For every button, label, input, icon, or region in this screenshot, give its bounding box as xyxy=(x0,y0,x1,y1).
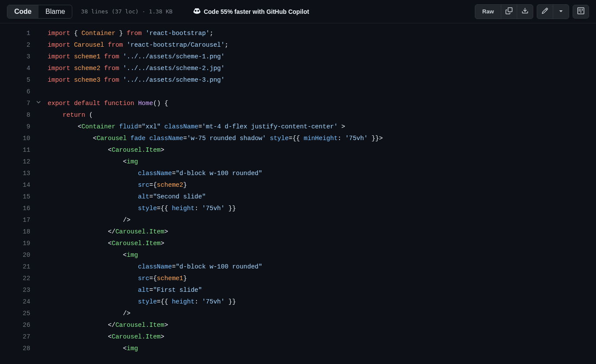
code-content[interactable]: import { Container } from 'react-bootstr… xyxy=(48,23,383,364)
line-number[interactable]: 25 xyxy=(0,308,48,319)
line-number[interactable]: 20 xyxy=(0,249,48,261)
line-number[interactable]: 28 xyxy=(0,343,48,354)
edit-button[interactable] xyxy=(537,5,553,19)
caret-down-icon xyxy=(557,7,564,16)
code-line[interactable]: /> xyxy=(48,308,383,319)
line-number[interactable]: 26 xyxy=(0,319,48,331)
view-tabs: Code Blame xyxy=(7,5,72,19)
code-line[interactable]: return ( xyxy=(48,109,383,121)
line-number[interactable]: 3 xyxy=(0,51,48,63)
code-line[interactable]: src={scheme1} xyxy=(48,273,383,284)
download-button[interactable] xyxy=(517,5,533,19)
code-line[interactable]: /> xyxy=(48,214,383,226)
code-line[interactable]: import scheme1 from '../../assets/scheme… xyxy=(48,51,383,63)
copilot-icon xyxy=(193,7,200,16)
code-line[interactable]: </Carousel.Item> xyxy=(48,226,383,238)
file-info-text: 38 lines (37 loc) · 1.38 KB xyxy=(81,8,172,15)
line-number[interactable]: 6 xyxy=(0,86,48,98)
line-number[interactable]: 27 xyxy=(0,331,48,343)
symbols-button[interactable] xyxy=(573,5,589,19)
pencil-icon xyxy=(541,7,548,16)
line-number[interactable]: 24 xyxy=(0,296,48,308)
code-line[interactable]: </Carousel.Item> xyxy=(48,319,383,331)
code-line[interactable]: <Container fluid="xxl" className='mt-4 d… xyxy=(48,121,383,133)
code-line[interactable]: <img xyxy=(48,343,383,354)
code-line[interactable]: style={{ height: '75vh' }} xyxy=(48,296,383,308)
copilot-promo[interactable]: Code 55% faster with GitHub Copilot xyxy=(193,7,309,16)
fold-caret-icon[interactable] xyxy=(35,98,42,109)
line-number[interactable]: 10 xyxy=(0,133,48,144)
line-number[interactable]: 11 xyxy=(0,144,48,156)
line-number[interactable]: 9 xyxy=(0,121,48,133)
code-line[interactable]: <Carousel.Item> xyxy=(48,144,383,156)
copy-icon xyxy=(506,7,512,16)
code-line[interactable]: export default function Home() { xyxy=(48,98,383,109)
code-line[interactable]: src={scheme2} xyxy=(48,179,383,191)
line-number[interactable]: 22 xyxy=(0,273,48,284)
action-buttons: Raw xyxy=(475,4,589,19)
raw-button[interactable]: Raw xyxy=(475,5,501,19)
code-tab[interactable]: Code xyxy=(7,5,39,18)
code-line[interactable]: import { Container } from 'react-bootstr… xyxy=(48,28,383,39)
line-number[interactable]: 16 xyxy=(0,203,48,214)
code-line[interactable]: alt="Second slide" xyxy=(48,191,383,203)
file-toolbar: Code Blame 38 lines (37 loc) · 1.38 KB C… xyxy=(0,0,596,23)
line-number[interactable]: 2 xyxy=(0,39,48,51)
line-number[interactable]: 8 xyxy=(0,109,48,121)
line-number[interactable]: 7 xyxy=(0,98,48,109)
line-number[interactable]: 12 xyxy=(0,156,48,168)
code-line[interactable]: import Carousel from 'react-bootstrap/Ca… xyxy=(48,39,383,51)
code-line[interactable]: <Carousel.Item> xyxy=(48,238,383,249)
line-number[interactable]: 21 xyxy=(0,261,48,273)
edit-dropdown[interactable] xyxy=(553,5,569,19)
code-line[interactable]: style={{ height: '75vh' }} xyxy=(48,203,383,214)
line-number[interactable]: 15 xyxy=(0,191,48,203)
line-number[interactable]: 17 xyxy=(0,214,48,226)
symbols-icon xyxy=(577,7,584,16)
raw-group: Raw xyxy=(475,4,533,19)
code-line[interactable]: import scheme3 from '../../assets/scheme… xyxy=(48,74,383,86)
blame-tab[interactable]: Blame xyxy=(39,5,72,18)
copilot-text: Code 55% faster with GitHub Copilot xyxy=(204,8,309,15)
code-line[interactable]: import scheme2 from '../../assets/scheme… xyxy=(48,63,383,74)
line-number[interactable]: 13 xyxy=(0,168,48,179)
code-viewer: 1234567891011121314151617181920212223242… xyxy=(0,23,596,364)
code-line[interactable]: <Carousel fade className='w-75 rounded s… xyxy=(48,133,383,144)
line-number[interactable]: 23 xyxy=(0,284,48,296)
line-number[interactable]: 5 xyxy=(0,74,48,86)
code-line[interactable]: <img xyxy=(48,156,383,168)
code-line[interactable] xyxy=(48,86,383,98)
line-number-gutter: 1234567891011121314151617181920212223242… xyxy=(0,23,48,364)
code-line[interactable]: alt="First slide" xyxy=(48,284,383,296)
code-line[interactable]: className="d-block w-100 rounded" xyxy=(48,261,383,273)
line-number[interactable]: 19 xyxy=(0,238,48,249)
copy-button[interactable] xyxy=(501,5,517,19)
code-line[interactable]: <Carousel.Item> xyxy=(48,331,383,343)
line-number[interactable]: 14 xyxy=(0,179,48,191)
code-line[interactable]: className="d-block w-100 rounded" xyxy=(48,168,383,179)
line-number[interactable]: 18 xyxy=(0,226,48,238)
code-line[interactable]: <img xyxy=(48,249,383,261)
line-number[interactable]: 4 xyxy=(0,63,48,74)
download-icon xyxy=(522,7,528,16)
line-number[interactable]: 1 xyxy=(0,28,48,39)
edit-group xyxy=(537,4,569,19)
